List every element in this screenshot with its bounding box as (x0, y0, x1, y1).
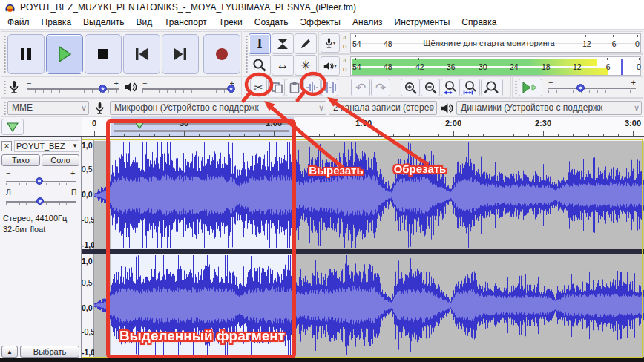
skip-to-end-button[interactable] (162, 34, 199, 74)
slider-thumb[interactable] (99, 85, 107, 93)
silence-audio-icon (323, 82, 338, 93)
copy-button[interactable] (268, 79, 285, 96)
menu-item-Вид[interactable]: Вид (130, 16, 158, 29)
menu-item-Выделить[interactable]: Выделить (77, 16, 130, 29)
play-icon (57, 46, 72, 62)
track-title-menu[interactable]: POYUT_BEZ▼ (14, 140, 79, 152)
waveform-channel-left[interactable] (94, 141, 644, 249)
meter-caret-icon: ▾ (333, 40, 336, 46)
slider-groove (548, 88, 636, 89)
menu-item-Инструменты[interactable]: Инструменты (389, 16, 456, 29)
meter-tick (355, 58, 356, 60)
recording-channels-select[interactable]: 2 канала записи (стерео ∨ (329, 101, 437, 115)
close-track-button[interactable]: ✕ (1, 141, 12, 151)
draw-tool-button[interactable] (295, 33, 317, 54)
record-button[interactable] (203, 34, 240, 74)
pause-icon (19, 47, 33, 62)
solo-label: Соло (50, 156, 70, 165)
slider-thumb[interactable] (576, 84, 585, 92)
recording-meter[interactable]: Щёлкните для старта мониторинга -54-48-1… (350, 33, 641, 53)
zoom-out-button[interactable] (421, 79, 440, 96)
ruler-tick (453, 131, 454, 136)
timeline-ruler[interactable]: 0301:001:302:002:303:00 (82, 117, 644, 137)
menu-item-Создать[interactable]: Создать (249, 16, 295, 29)
meter-tick (585, 35, 586, 37)
toolbar-grip[interactable] (244, 79, 248, 96)
stop-button[interactable] (85, 34, 122, 74)
multi-tool-button[interactable]: ✳ (295, 55, 317, 76)
skip-to-start-button[interactable] (123, 34, 160, 74)
recording-volume-slider[interactable]: − + (27, 82, 119, 95)
playback-meter[interactable]: -54-48-42-36-30-24-18-12-60 (350, 56, 641, 76)
envelope-tool-button[interactable] (272, 33, 294, 54)
menu-item-Треки[interactable]: Треки (213, 16, 249, 29)
record-icon (215, 47, 229, 61)
slider-thumb[interactable] (36, 197, 44, 205)
meter-scale-label: -54 (349, 62, 361, 71)
menu-item-Анализ[interactable]: Анализ (346, 16, 389, 29)
menu-item-Правка[interactable]: Правка (36, 16, 78, 29)
ruler-tick (214, 134, 214, 136)
silence-audio-button[interactable] (321, 79, 338, 96)
play-button[interactable] (46, 34, 83, 74)
trim-audio-button[interactable] (303, 79, 321, 96)
window-title: POYUT_BEZ_MUZYKI_PENTATONIKS_-_MOYA_LYUB… (20, 2, 356, 13)
right-channel-label: П (343, 67, 346, 73)
ruler-tick (199, 134, 200, 136)
timeshift-tool-button[interactable]: ↔ (272, 55, 294, 76)
fit-project-icon (463, 80, 478, 95)
pan-slider[interactable] (6, 196, 76, 208)
paste-button[interactable] (286, 79, 303, 96)
zoom-selection-button[interactable] (441, 79, 460, 96)
playback-meter-button[interactable]: ▾ (321, 56, 340, 76)
recording-meter-button[interactable]: ▾ (321, 33, 340, 53)
meter-tick (387, 35, 387, 37)
plus-label: + (631, 78, 636, 87)
recording-meter-toolbar: ▾ Л П Щёлкните для старта мониторинга -5… (318, 31, 643, 54)
menu-item-Справка[interactable]: Справка (456, 16, 502, 29)
meter-scale-label: -12 (570, 62, 581, 71)
skip-to-start-icon (134, 48, 149, 60)
selection-tool-button[interactable]: I (249, 33, 271, 54)
select-track-button[interactable]: Выбрать (20, 346, 79, 358)
amplitude-scale-label: 0,0 (82, 190, 93, 199)
toolbar-grip[interactable] (2, 79, 6, 96)
ruler-tick (289, 134, 289, 136)
meter-tick (637, 35, 638, 37)
timeline-options-button[interactable] (1, 119, 24, 135)
gain-slider[interactable] (6, 176, 76, 188)
playback-device-select[interactable]: Динамики (Устройство с поддержк ∨ (456, 101, 642, 115)
fit-project-button[interactable] (461, 79, 480, 96)
ruler-tick (438, 134, 439, 136)
menu-item-Эффекты[interactable]: Эффекты (294, 16, 346, 29)
menu-item-Транспорт[interactable]: Транспорт (158, 16, 213, 29)
collapse-track-button[interactable]: ▲ (1, 346, 18, 358)
zoom-toggle-button[interactable] (481, 79, 503, 96)
toolbar-grip[interactable] (244, 34, 248, 74)
mute-button[interactable]: Тихо (1, 154, 40, 166)
solo-button[interactable]: Соло (42, 154, 79, 166)
zoom-tool-button[interactable] (249, 55, 271, 76)
cut-button[interactable]: ✂ (250, 79, 267, 96)
recording-device-select[interactable]: Микрофон (Устройство с поддержк ∨ (110, 101, 326, 115)
audio-host-select[interactable]: MME ∨ (7, 101, 89, 115)
zoom-in-button[interactable] (401, 79, 420, 96)
undo-button[interactable]: ↶ (351, 79, 370, 96)
playback-volume-slider[interactable]: − + (142, 82, 234, 95)
toolbar-grip[interactable] (513, 79, 517, 96)
play-at-speed-icon (522, 82, 539, 93)
slider-thumb[interactable] (36, 177, 43, 185)
redo-button[interactable]: ↷ (371, 79, 390, 96)
slider-thumb[interactable] (227, 85, 235, 93)
toolbar-grip[interactable] (2, 34, 6, 74)
menu-item-Файл[interactable]: Файл (1, 16, 36, 29)
minus-label: − (27, 79, 31, 88)
pause-button[interactable] (7, 34, 45, 74)
ruler-time-label: 2:30 (535, 119, 551, 128)
playhead-marker-icon[interactable] (134, 119, 145, 129)
toolbar-grip[interactable] (2, 100, 6, 115)
play-at-speed-button[interactable] (519, 79, 542, 96)
meter-scale-label: -6 (609, 39, 616, 48)
slider-groove (142, 88, 234, 90)
playback-speed-slider[interactable]: − + (548, 81, 636, 94)
